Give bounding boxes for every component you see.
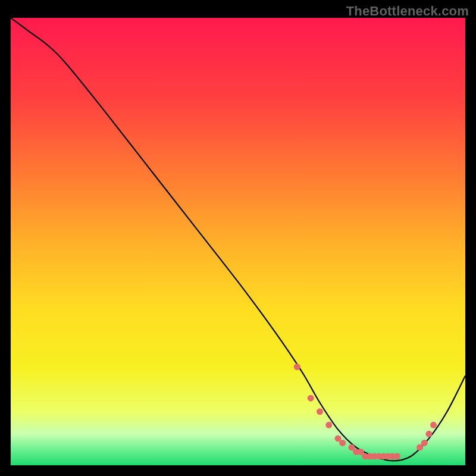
chart-container: TheBottleneck.com xyxy=(0,0,476,476)
gradient-background xyxy=(11,18,465,465)
highlight-point xyxy=(421,440,428,446)
highlight-point xyxy=(394,453,400,459)
highlight-point xyxy=(294,364,300,370)
chart-svg xyxy=(11,18,465,465)
highlight-point xyxy=(425,431,432,437)
watermark-label: TheBottleneck.com xyxy=(346,4,469,19)
chart-plot-area xyxy=(11,18,465,465)
highlight-point xyxy=(325,422,332,428)
highlight-point xyxy=(308,395,314,402)
highlight-point xyxy=(317,408,323,415)
highlight-point xyxy=(339,440,346,446)
highlight-point xyxy=(430,422,437,428)
